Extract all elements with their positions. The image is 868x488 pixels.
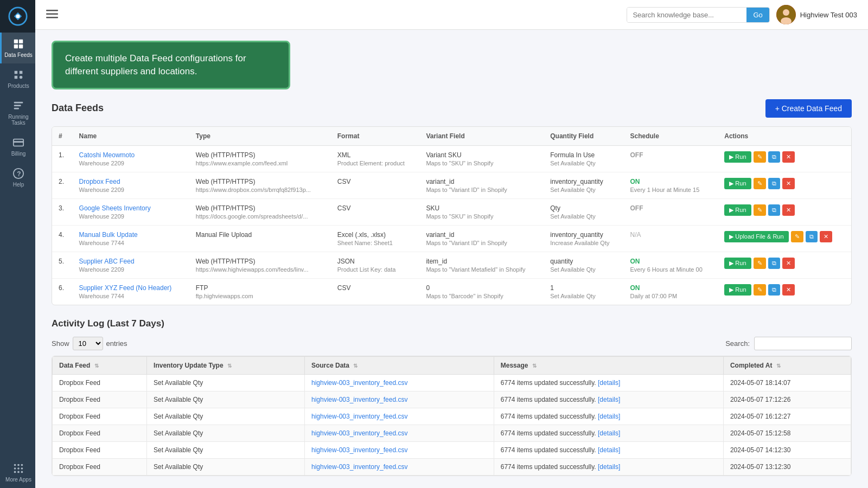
log-col-header[interactable]: Message ⇅ — [494, 356, 723, 374]
log-row: Dropbox Feed Set Available Qty highview-… — [53, 391, 851, 408]
copy-button[interactable]: ⧉ — [768, 284, 780, 296]
qty-sub: Set Available Qty — [550, 187, 617, 193]
svg-point-16 — [14, 467, 16, 470]
edit-button[interactable]: ✎ — [754, 258, 766, 269]
source-data-link[interactable]: highview-003_inventory_feed.csv — [311, 446, 407, 454]
svg-rect-6 — [14, 102, 23, 104]
feed-link[interactable]: Google Sheets Inventory — [79, 204, 151, 212]
log-row: Dropbox Feed Set Available Qty highview-… — [53, 441, 851, 458]
action-btns: ▶ Run ✎ ⧉ ✕ — [724, 151, 845, 163]
log-col-header[interactable]: Source Data ⇅ — [304, 356, 494, 374]
source-data-link[interactable]: highview-003_inventory_feed.csv — [311, 429, 407, 437]
feed-link[interactable]: Dropbox Feed — [79, 178, 120, 185]
delete-button[interactable]: ✕ — [820, 231, 832, 242]
row-num: 6. — [52, 278, 73, 305]
svg-text:?: ? — [17, 170, 21, 178]
row-variant: Variant SKU Maps to "SKU" in Shopify — [419, 145, 544, 172]
delete-button[interactable]: ✕ — [782, 151, 795, 163]
svg-point-1 — [16, 14, 20, 18]
action-btns: ▶ Run ✎ ⧉ ✕ — [724, 258, 845, 269]
log-col-header[interactable]: Completed At ⇅ — [723, 356, 851, 374]
details-link[interactable]: [details] — [598, 463, 620, 471]
edit-button[interactable]: ✎ — [754, 204, 766, 216]
details-link[interactable]: [details] — [598, 429, 620, 437]
svg-rect-4 — [14, 44, 18, 48]
row-type: FTP ftp.highviewapps.com — [189, 278, 331, 305]
edit-button[interactable]: ✎ — [791, 231, 803, 242]
user-badge[interactable]: Highview Test 003 — [776, 5, 857, 24]
log-col-header[interactable]: Inventory Update Type ⇅ — [147, 356, 305, 374]
hamburger-menu[interactable] — [46, 8, 58, 22]
copy-button[interactable]: ⧉ — [768, 178, 780, 189]
delete-button[interactable]: ✕ — [782, 204, 795, 216]
sidebar-logo[interactable] — [0, 0, 35, 33]
row-type: Web (HTTP/HTTPS) https://www.dropbox.com… — [189, 172, 331, 198]
delete-button[interactable]: ✕ — [782, 258, 795, 269]
sidebar-item-products[interactable]: Products — [0, 63, 35, 94]
delete-button[interactable]: ✕ — [782, 178, 795, 189]
type-url: https://docs.google.com/spreadsheets/d/.… — [196, 213, 324, 220]
table-row: 5. Supplier ABC Feed Warehouse 2209 Web … — [52, 252, 851, 278]
feeds-table-card: # Name Type Format Variant Field Quantit… — [52, 126, 852, 305]
details-link[interactable]: [details] — [598, 446, 620, 454]
table-row: 6. Supplier XYZ Feed (No Header) Warehou… — [52, 278, 851, 305]
log-search-input[interactable] — [754, 337, 852, 350]
log-data-feed: Dropbox Feed — [53, 458, 147, 475]
search-input[interactable] — [627, 8, 746, 22]
row-qty: Formula In Use Set Available Qty — [544, 145, 623, 172]
sidebar-item-more-apps[interactable]: More Apps — [0, 457, 35, 488]
feed-link[interactable]: Supplier ABC Feed — [79, 258, 135, 265]
row-type: Web (HTTP/HTTPS) https://www.example.com… — [189, 145, 331, 172]
edit-button[interactable]: ✎ — [754, 178, 766, 189]
activity-log-section: Activity Log (Last 7 Days) Show 10255010… — [52, 318, 852, 476]
run-button[interactable]: ▶ Run — [724, 284, 751, 296]
sidebar-item-help[interactable]: ? Help — [0, 162, 35, 193]
upload-run-button[interactable]: ▶ Upload File & Run — [724, 231, 788, 242]
source-data-link[interactable]: highview-003_inventory_feed.csv — [311, 396, 407, 403]
log-completed-at: 2024-05-07 18:14:07 — [723, 374, 851, 391]
svg-rect-8 — [14, 108, 19, 110]
row-name: Manual Bulk Update Warehouse 7744 — [73, 225, 189, 252]
qty-sub: Set Available Qty — [550, 266, 617, 273]
create-data-feed-button[interactable]: + Create Data Feed — [765, 99, 852, 118]
feed-link[interactable]: Supplier XYZ Feed (No Header) — [79, 284, 172, 292]
run-button[interactable]: ▶ Run — [724, 151, 751, 163]
log-row: Dropbox Feed Set Available Qty highview-… — [53, 408, 851, 425]
source-data-link[interactable]: highview-003_inventory_feed.csv — [311, 463, 407, 471]
feed-link[interactable]: Catoshi Meowmoto — [79, 151, 135, 159]
log-data-feed: Dropbox Feed — [53, 374, 147, 391]
copy-button[interactable]: ⧉ — [768, 204, 780, 216]
sidebar-item-data-feeds[interactable]: Data Feeds — [0, 33, 35, 63]
row-schedule: N/A — [623, 225, 718, 252]
log-message: 6774 items updated successfully. [detail… — [494, 374, 723, 391]
edit-button[interactable]: ✎ — [754, 151, 766, 163]
copy-button[interactable]: ⧉ — [768, 151, 780, 163]
entries-label: entries — [106, 339, 127, 348]
feed-link[interactable]: Manual Bulk Update — [79, 231, 138, 239]
log-controls: Show 102550100 entries Search: — [52, 337, 852, 350]
entries-select[interactable]: 102550100 — [73, 337, 103, 350]
row-format: XML Product Element: product — [331, 145, 420, 172]
log-col-header[interactable]: Data Feed ⇅ — [53, 356, 147, 374]
edit-button[interactable]: ✎ — [754, 284, 766, 296]
details-link[interactable]: [details] — [598, 413, 620, 420]
delete-button[interactable]: ✕ — [782, 284, 795, 296]
svg-point-15 — [21, 464, 23, 466]
source-data-link[interactable]: highview-003_inventory_feed.csv — [311, 379, 407, 387]
details-link[interactable]: [details] — [598, 396, 620, 403]
details-link[interactable]: [details] — [598, 379, 620, 387]
log-completed-at: 2024-05-07 13:12:30 — [723, 458, 851, 475]
run-button[interactable]: ▶ Run — [724, 178, 751, 189]
sidebar-item-billing[interactable]: Billing — [0, 131, 35, 162]
row-num: 5. — [52, 252, 73, 278]
source-data-link[interactable]: highview-003_inventory_feed.csv — [311, 413, 407, 420]
search-go-button[interactable]: Go — [746, 8, 769, 22]
topbar: Go Highview Test 003 — [35, 0, 868, 30]
run-button[interactable]: ▶ Run — [724, 258, 751, 269]
sidebar-item-running-tasks[interactable]: Running Tasks — [0, 94, 35, 131]
run-button[interactable]: ▶ Run — [724, 204, 751, 216]
svg-point-19 — [14, 471, 16, 473]
copy-button[interactable]: ⧉ — [806, 231, 818, 242]
page-title: Data Feeds — [52, 102, 104, 114]
copy-button[interactable]: ⧉ — [768, 258, 780, 269]
